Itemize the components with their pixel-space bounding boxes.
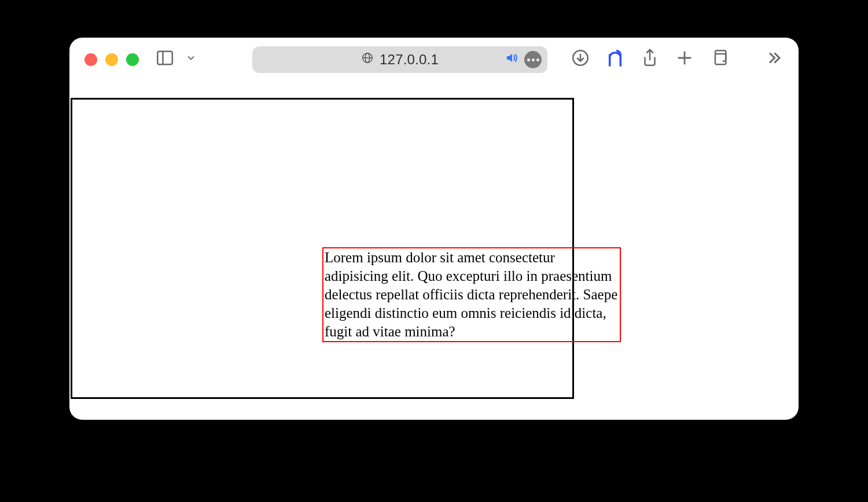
browser-toolbar: 127.0.0.1 [69,38,799,82]
address-bar-center: 127.0.0.1 [252,52,547,68]
svg-rect-0 [157,52,172,65]
sidebar-toggle-button[interactable] [155,50,175,69]
address-bar[interactable]: 127.0.0.1 [252,46,547,73]
honey-extension-button[interactable] [605,50,625,69]
tab-group-dropdown[interactable] [185,50,197,69]
download-icon [571,48,590,71]
plus-icon [675,48,694,71]
minimize-window-button[interactable] [105,53,118,66]
downloads-button[interactable] [571,50,590,69]
toolbar-overflow-button[interactable] [764,50,784,69]
tabs-icon [709,48,729,71]
globe-icon [361,52,374,68]
chevrons-right-icon [764,48,784,71]
page-viewport: Lorem ipsum dolor sit amet consectetur a… [69,82,799,420]
browser-window: 127.0.0.1 [69,38,799,420]
share-icon [640,48,660,71]
traffic-lights [84,53,139,66]
chevron-down-icon [185,52,197,67]
share-button[interactable] [640,50,660,69]
maximize-window-button[interactable] [126,53,139,66]
positioned-child-box: Lorem ipsum dolor sit amet consectetur a… [322,247,621,342]
close-window-button[interactable] [84,53,97,66]
new-tab-button[interactable] [675,50,694,69]
tab-overview-button[interactable] [709,50,729,69]
svg-rect-9 [715,54,726,64]
honey-icon [607,49,623,71]
address-bar-text: 127.0.0.1 [380,52,439,68]
sidebar-icon [155,48,175,71]
page-content: Lorem ipsum dolor sit amet consectetur a… [69,91,799,420]
